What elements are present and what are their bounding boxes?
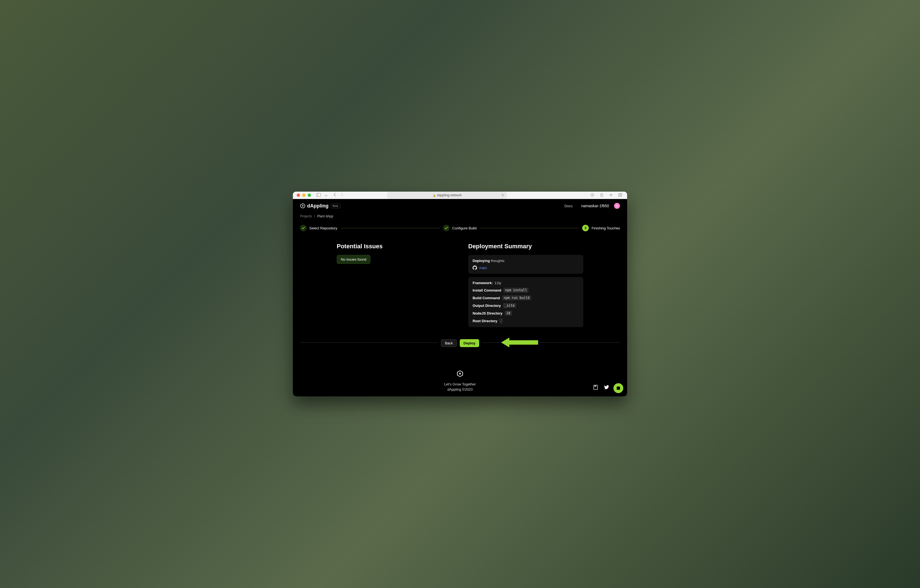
summary-title: Deployment Summary <box>468 243 583 250</box>
breadcrumb-separator: / <box>314 214 315 218</box>
framework-row: Framework: 11ty <box>473 281 579 285</box>
deploying-name: thoughts <box>491 259 504 263</box>
chevron-down-icon[interactable] <box>324 192 329 198</box>
branch-row: main <box>473 265 579 270</box>
browser-controls <box>315 192 329 198</box>
deploying-prefix: Deploying <box>473 259 490 263</box>
step-finishing-touches[interactable]: 3 Finishing Touches <box>582 225 620 231</box>
browser-window: 🔒 dappling.network ↻ dAp <box>293 192 627 396</box>
logo-text: dAppling <box>307 203 329 209</box>
new-tab-icon[interactable] <box>608 192 614 198</box>
back-nav-button[interactable] <box>332 192 338 198</box>
footer-copyright: dAppling ©2023 <box>300 387 620 391</box>
main-content: Potential Issues No issues found Deploym… <box>293 234 627 335</box>
avatar[interactable] <box>614 203 620 209</box>
breadcrumb-current[interactable]: Plant dApp <box>317 214 334 218</box>
step-1-label: Select Repository <box>309 226 337 230</box>
tabs-icon[interactable] <box>617 192 623 198</box>
step-3-label: Finishing Touches <box>591 226 620 230</box>
svg-rect-6 <box>594 385 598 389</box>
issues-title: Potential Issues <box>337 243 383 250</box>
build-label: Build Command <box>473 296 500 300</box>
logo[interactable]: dAppling Beta <box>300 203 340 209</box>
config-card: Framework: 11ty Install Command npm inst… <box>468 277 583 327</box>
step-line-2 <box>480 228 579 228</box>
app-header: dAppling Beta Docs namaskar-1f650 <box>293 199 627 213</box>
step-3-number: 3 <box>582 225 589 231</box>
root-value <box>499 318 503 323</box>
issues-badge: No issues found <box>337 255 371 264</box>
sidebar-toggle-icon[interactable] <box>315 192 322 198</box>
download-icon[interactable] <box>589 192 595 198</box>
breadcrumb: Projects / Plant dApp <box>293 213 627 221</box>
url-text: dappling.network <box>437 193 462 197</box>
twitter-icon[interactable] <box>604 385 609 391</box>
browser-chrome: 🔒 dappling.network ↻ <box>293 192 627 199</box>
footer: Let's Grow Together dAppling ©2023 <box>293 365 627 396</box>
output-row: Output Directory _site <box>473 303 579 308</box>
step-select-repository[interactable]: Select Repository <box>300 225 337 231</box>
forward-nav-button[interactable] <box>339 192 345 198</box>
app-content: dAppling Beta Docs namaskar-1f650 Projec… <box>293 199 627 396</box>
share-icon[interactable] <box>599 192 605 198</box>
framework-value: 11ty <box>494 281 501 285</box>
install-row: Install Command npm install <box>473 288 579 292</box>
refresh-icon[interactable]: ↻ <box>502 193 504 197</box>
docs-link[interactable]: Docs <box>564 204 573 208</box>
lock-icon: 🔒 <box>432 194 436 197</box>
browser-nav <box>332 192 345 198</box>
install-value: npm install <box>504 288 528 292</box>
footer-logo-icon <box>300 370 620 378</box>
maximize-window-button[interactable] <box>308 194 311 197</box>
deploy-button[interactable]: Deploy <box>460 339 479 347</box>
issues-column: Potential Issues No issues found <box>337 243 452 327</box>
address-bar[interactable]: 🔒 dappling.network ↻ <box>387 192 507 199</box>
build-value: npm run build <box>502 296 531 300</box>
deploying-text: Deploying thoughts <box>473 259 579 263</box>
deploying-card: Deploying thoughts main <box>468 255 583 274</box>
footer-tagline: Let's Grow Together <box>300 382 620 386</box>
root-label: Root Directory <box>473 319 497 323</box>
minimize-window-button[interactable] <box>302 194 306 197</box>
output-value: _site <box>503 303 516 308</box>
svg-rect-4 <box>619 194 621 197</box>
browser-right-controls <box>589 192 623 198</box>
close-window-button[interactable] <box>297 194 300 197</box>
node-row: NodeJS Directory 18 <box>473 311 579 316</box>
step-2-label: Configure Build <box>452 226 477 230</box>
node-label: NodeJS Directory <box>473 311 502 315</box>
framework-label: Framework: <box>473 281 493 285</box>
svg-rect-7 <box>617 386 620 390</box>
step-configure-build[interactable]: Configure Build <box>443 225 477 231</box>
root-row: Root Directory <box>473 318 579 323</box>
actions-buttons: Back Deploy <box>438 339 482 347</box>
arrow-annotation <box>501 338 539 350</box>
logo-icon <box>300 203 306 208</box>
build-row: Build Command npm run build <box>473 296 579 300</box>
actions-row: Back Deploy <box>293 335 627 351</box>
username-display[interactable]: namaskar-1f650 <box>581 204 609 208</box>
github-icon <box>473 265 477 270</box>
docs-footer-icon[interactable] <box>593 385 598 391</box>
svg-rect-5 <box>619 193 622 196</box>
node-value: 18 <box>505 311 512 316</box>
stepper: Select Repository Configure Build 3 Fini… <box>293 221 627 234</box>
back-button[interactable]: Back <box>441 339 457 347</box>
output-label: Output Directory <box>473 304 501 308</box>
install-label: Install Command <box>473 288 501 292</box>
chat-launcher-button[interactable] <box>614 383 623 393</box>
step-2-check-icon <box>443 225 450 231</box>
breadcrumb-projects[interactable]: Projects <box>300 214 312 218</box>
svg-rect-0 <box>317 193 321 197</box>
step-line-1 <box>340 228 440 228</box>
beta-badge: Beta <box>331 204 340 208</box>
branch-link[interactable]: main <box>479 266 487 270</box>
summary-column: Deployment Summary Deploying thoughts ma… <box>468 243 583 327</box>
step-1-check-icon <box>300 225 306 231</box>
traffic-lights <box>297 194 311 197</box>
